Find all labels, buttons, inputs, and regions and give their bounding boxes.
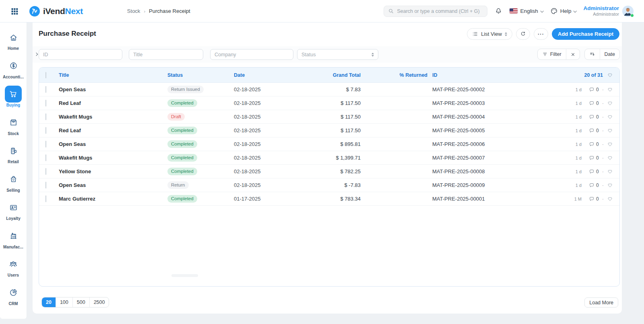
- heart-icon[interactable]: [607, 182, 613, 188]
- row-checkbox[interactable]: [45, 195, 46, 202]
- row-title[interactable]: Open Seas: [59, 86, 167, 92]
- table-row[interactable]: Open Seas Return 02-18-2025 $ -7.83 MAT-…: [39, 178, 619, 192]
- table-row[interactable]: Red Leaf Completed 02-18-2025 $ 117.50 M…: [39, 124, 619, 137]
- table-row[interactable]: Wakefit Mugs Draft 02-18-2025 $ 117.50 M…: [39, 110, 619, 124]
- row-title[interactable]: Wakefit Mugs: [59, 155, 167, 161]
- table-row[interactable]: Yellow Stone Completed 02-18-2025 $ 782.…: [39, 165, 619, 178]
- table-row[interactable]: Open Seas Return Issued 02-18-2025 $ 7.8…: [39, 83, 619, 96]
- row-title[interactable]: Marc Gutierrez: [59, 196, 167, 202]
- notifications-bell-icon[interactable]: [495, 7, 502, 15]
- row-id[interactable]: MAT-PRE-2025-00007: [428, 155, 500, 161]
- heart-icon[interactable]: [607, 100, 613, 106]
- heart-icon[interactable]: [607, 114, 613, 120]
- column-header-status[interactable]: Status: [167, 72, 234, 78]
- comments-indicator[interactable]: 0: [589, 196, 599, 202]
- view-switcher-button[interactable]: List View: [467, 28, 512, 40]
- heart-icon[interactable]: [607, 168, 613, 174]
- sidebar-item-home[interactable]: Home: [0, 29, 27, 57]
- row-checkbox[interactable]: [45, 141, 46, 148]
- row-title[interactable]: Open Seas: [59, 182, 167, 188]
- comments-indicator[interactable]: 0: [589, 183, 599, 188]
- column-header-title[interactable]: Title: [59, 72, 167, 78]
- page-size-500[interactable]: 500: [72, 297, 89, 307]
- avatar[interactable]: [622, 6, 634, 17]
- page-size-2500[interactable]: 2500: [89, 297, 109, 307]
- sidebar-item-retail[interactable]: Retail: [0, 142, 27, 171]
- row-id[interactable]: MAT-PRE-2025-00001: [428, 196, 500, 202]
- heart-icon[interactable]: [607, 72, 613, 78]
- page-size-100[interactable]: 100: [56, 297, 72, 307]
- refresh-button[interactable]: [516, 28, 530, 40]
- column-header-id[interactable]: ID: [428, 72, 500, 78]
- heart-icon[interactable]: [607, 141, 613, 147]
- row-title[interactable]: Open Seas: [59, 141, 167, 147]
- filter-status-select[interactable]: Status: [297, 49, 378, 60]
- row-checkbox[interactable]: [45, 86, 46, 93]
- sidebar-item-manufacturing[interactable]: Manufac...: [0, 228, 27, 256]
- comments-indicator[interactable]: 0: [589, 114, 599, 120]
- filter-company-input[interactable]: [210, 49, 293, 60]
- comments-indicator[interactable]: 0: [589, 155, 599, 161]
- heart-icon[interactable]: [607, 155, 613, 161]
- row-id[interactable]: MAT-PRE-2025-00008: [428, 168, 500, 174]
- load-more-button[interactable]: Load More: [584, 297, 618, 308]
- sidebar-item-crm[interactable]: CRM: [0, 284, 27, 313]
- row-id[interactable]: MAT-PRE-2025-00006: [428, 141, 500, 147]
- row-id[interactable]: MAT-PRE-2025-00003: [428, 100, 500, 106]
- breadcrumb-parent[interactable]: Stock: [127, 8, 140, 14]
- row-id[interactable]: MAT-PRE-2025-00004: [428, 114, 500, 120]
- row-checkbox[interactable]: [45, 182, 46, 189]
- heart-icon[interactable]: [607, 86, 613, 92]
- row-checkbox[interactable]: [45, 154, 46, 161]
- table-row[interactable]: Wakefit Mugs Completed 02-18-2025 $ 1,39…: [39, 151, 619, 165]
- user-menu[interactable]: Administrator Administrator: [583, 5, 634, 16]
- sidebar-expand-chevron[interactable]: [33, 50, 39, 58]
- column-header-grand-total[interactable]: Grand Total: [285, 72, 361, 78]
- heart-icon[interactable]: [607, 196, 613, 202]
- row-checkbox[interactable]: [45, 100, 46, 107]
- table-row[interactable]: Red Leaf Completed 02-18-2025 $ 117.50 M…: [39, 96, 619, 110]
- filter-id-input[interactable]: [39, 49, 122, 60]
- column-header-date[interactable]: Date: [234, 72, 285, 78]
- sidebar-item-selling[interactable]: Selling: [0, 171, 27, 199]
- row-title[interactable]: Wakefit Mugs: [59, 114, 167, 120]
- help-menu[interactable]: Help: [550, 7, 576, 15]
- sidebar-item-accounting[interactable]: Accounti...: [0, 57, 27, 86]
- row-checkbox[interactable]: [45, 113, 46, 120]
- sidebar-item-stock[interactable]: Stock: [0, 114, 27, 143]
- table-row[interactable]: Marc Gutierrez Completed 01-17-2025 $ 78…: [39, 192, 619, 206]
- comments-indicator[interactable]: 0: [589, 128, 599, 133]
- filter-title-input[interactable]: [129, 49, 203, 60]
- sidebar-item-users[interactable]: Users: [0, 256, 27, 284]
- page-size-20[interactable]: 20: [42, 297, 56, 307]
- comments-indicator[interactable]: 0: [589, 100, 599, 106]
- sidebar-item-loyalty[interactable]: Loyalty: [0, 199, 27, 228]
- row-title[interactable]: Red Leaf: [59, 127, 167, 133]
- sidebar-item-buying[interactable]: Buying: [0, 86, 27, 114]
- select-all-checkbox[interactable]: [45, 72, 46, 78]
- heart-icon[interactable]: [607, 127, 613, 133]
- comments-indicator[interactable]: 0: [589, 87, 599, 92]
- language-selector[interactable]: English: [510, 8, 543, 14]
- row-title[interactable]: Red Leaf: [59, 100, 167, 106]
- row-id[interactable]: MAT-PRE-2025-00005: [428, 127, 500, 133]
- global-search-input[interactable]: Search or type a command (Ctrl + G): [384, 6, 487, 17]
- apps-grid-icon[interactable]: [10, 7, 19, 15]
- row-checkbox[interactable]: [45, 127, 46, 134]
- app-logo[interactable]: iVendNext: [29, 6, 83, 17]
- column-header-returned[interactable]: % Returned: [361, 72, 428, 78]
- filter-button[interactable]: Filter: [538, 49, 566, 59]
- comments-indicator[interactable]: 0: [589, 169, 599, 174]
- sort-order-button[interactable]: [585, 49, 600, 59]
- table-row[interactable]: Open Seas Completed 02-18-2025 $ 895.81 …: [39, 137, 619, 151]
- row-title[interactable]: Yellow Stone: [59, 168, 167, 174]
- menu-ellipsis-button[interactable]: ···: [534, 28, 548, 40]
- scroll-thumb[interactable]: [171, 274, 198, 277]
- add-purchase-receipt-button[interactable]: Add Purchase Receipt: [552, 28, 619, 40]
- comments-indicator[interactable]: 0: [589, 141, 599, 147]
- row-id[interactable]: MAT-PRE-2025-00002: [428, 86, 500, 92]
- sort-field-button[interactable]: Date: [600, 49, 619, 59]
- clear-filter-button[interactable]: [566, 49, 580, 59]
- row-id[interactable]: MAT-PRE-2025-00009: [428, 182, 500, 188]
- row-checkbox[interactable]: [45, 168, 46, 175]
